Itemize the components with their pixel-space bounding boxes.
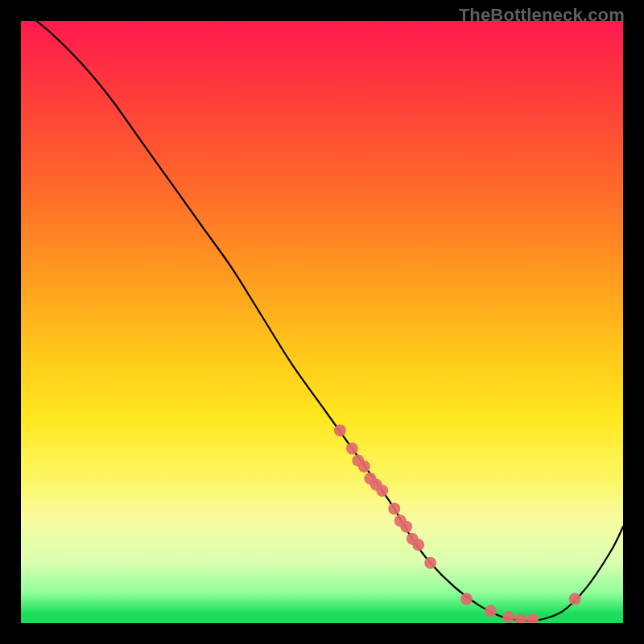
marker-dot (526, 613, 539, 623)
marker-dot (569, 593, 581, 605)
watermark-text: TheBottleneck.com (459, 5, 625, 26)
marker-dot (514, 613, 526, 623)
chart-svg (21, 21, 623, 623)
marker-dot (424, 557, 436, 569)
marker-group (334, 424, 581, 623)
marker-dot (460, 593, 473, 605)
marker-dot (346, 443, 358, 455)
marker-dot (485, 605, 497, 617)
marker-dot (412, 539, 424, 551)
bottleneck-curve (21, 21, 623, 621)
chart-stage: TheBottleneck.com (0, 0, 644, 644)
plot-area (21, 21, 623, 623)
marker-dot (502, 611, 514, 623)
marker-dot (400, 521, 412, 533)
marker-dot (388, 502, 400, 514)
marker-dot (376, 485, 388, 497)
marker-dot (358, 460, 370, 473)
marker-dot (334, 424, 346, 436)
